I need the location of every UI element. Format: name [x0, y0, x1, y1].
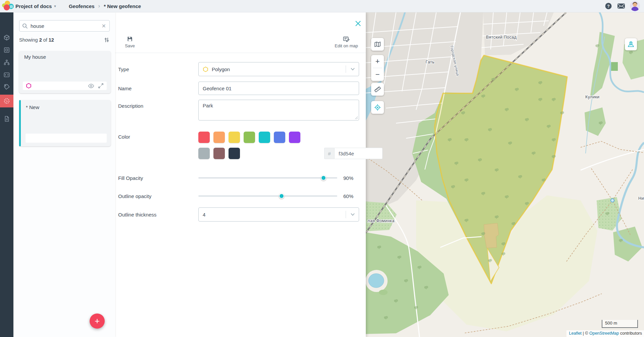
color-swatch-0[interactable]	[198, 132, 210, 143]
color-swatch-5[interactable]	[274, 132, 285, 143]
outline-thickness-label: Outline thickness	[118, 207, 156, 222]
select-divider	[346, 65, 346, 73]
form-header: Save Edit on map	[115, 12, 366, 53]
measure-button[interactable]	[371, 83, 384, 96]
fill-opacity-thumb[interactable]	[321, 175, 326, 181]
color-swatch-9[interactable]	[229, 148, 240, 159]
map-attribution: Leaflet | © OpenStreetMap contributors	[566, 330, 644, 337]
fill-opacity-value: 90%	[343, 173, 353, 183]
search-input[interactable]	[30, 23, 101, 29]
geofence-footer	[23, 82, 107, 90]
color-label: Color	[118, 132, 130, 159]
locate-button[interactable]	[371, 101, 384, 114]
fill-opacity-slider[interactable]	[198, 177, 337, 179]
geofence-editor-app: R Project of docs ▾ Geofences › * New ge…	[0, 0, 644, 337]
sidebar-item-frame[interactable]	[0, 44, 13, 56]
type-select[interactable]: Polygon	[198, 62, 359, 76]
breadcrumb-geofences[interactable]: Geofences	[69, 3, 95, 9]
color-swatch-3[interactable]	[244, 132, 255, 143]
close-icon[interactable]	[355, 20, 361, 27]
polygon-shape-icon	[26, 83, 32, 89]
color-swatch-7[interactable]	[198, 148, 210, 159]
list-item-my-house[interactable]: My house	[19, 51, 111, 93]
chevron-down-icon: ▾	[54, 4, 56, 8]
filter-icon[interactable]	[104, 37, 110, 43]
mail-icon[interactable]	[617, 2, 625, 10]
basemap-button[interactable]	[371, 38, 384, 51]
osm-link[interactable]: OpenStreetMap	[589, 331, 619, 336]
edit-on-map-button[interactable]: Edit on map	[333, 36, 360, 48]
visibility-eye-icon[interactable]	[88, 84, 94, 88]
search-icon	[22, 23, 28, 29]
map-node-marker[interactable]	[611, 199, 614, 202]
map-scale-bar: 500 m	[602, 320, 638, 328]
description-textarea[interactable]: Park	[198, 100, 359, 121]
chevron-down-icon	[351, 68, 355, 70]
polygon-type-icon	[203, 66, 208, 72]
hex-color-input[interactable]	[334, 148, 383, 159]
zoom-in-button[interactable]: +	[371, 55, 384, 68]
svg-text:Гать: Гать	[426, 60, 435, 64]
sidebar-item-reports[interactable]	[0, 112, 13, 125]
map-container[interactable]: Вятский ПосадГородская улицаГатьКуликила…	[366, 12, 644, 337]
svg-text:?: ?	[607, 4, 609, 9]
geofence-form-panel: Save Edit on map Type Polygon Name	[115, 12, 366, 337]
attribution-suffix: contributors	[619, 331, 642, 336]
svg-text:Вятский Посад: Вятский Посад	[486, 35, 517, 40]
user-avatar[interactable]	[630, 1, 640, 11]
result-count-row: Showing 2 of 12	[19, 36, 110, 44]
geofence-title: My house	[24, 54, 46, 60]
outline-opacity-slider[interactable]	[198, 195, 337, 197]
type-label: Type	[118, 62, 129, 76]
breadcrumb-separator: ›	[98, 3, 100, 9]
list-item-new[interactable]: * New	[19, 100, 111, 146]
zoom-out-button[interactable]: −	[371, 68, 384, 81]
edit-map-icon	[343, 36, 350, 42]
select-divider	[346, 211, 346, 218]
type-row: Type Polygon	[118, 62, 359, 76]
color-swatch-1[interactable]	[213, 132, 225, 143]
leaflet-link[interactable]: Leaflet	[569, 331, 582, 336]
add-geofence-button[interactable]: +	[90, 314, 105, 329]
type-value: Polygon	[212, 66, 230, 72]
zoom-control: + −	[371, 55, 384, 81]
ruler-icon	[374, 86, 381, 93]
sidebar-item-cube[interactable]	[0, 31, 13, 44]
color-swatch-2[interactable]	[229, 132, 240, 143]
sidebar-item-geofences[interactable]	[0, 95, 13, 107]
outline-opacity-thumb[interactable]	[279, 193, 284, 199]
color-swatch-4[interactable]	[259, 132, 270, 143]
top-bar: R Project of docs ▾ Geofences › * New ge…	[0, 0, 644, 12]
breadcrumb-current: * New geofence	[104, 3, 141, 9]
outline-thickness-row: Outline thickness 4	[118, 207, 359, 222]
selected-indicator	[19, 100, 21, 146]
map-canvas[interactable]: Вятский ПосадГородская улицаГатьКуликила…	[366, 12, 644, 337]
help-icon[interactable]: ?	[604, 2, 612, 10]
sidebar-item-hierarchy[interactable]	[0, 56, 13, 69]
color-swatch-row-2: #	[198, 148, 359, 159]
color-swatch-row-1	[198, 132, 359, 143]
project-selector[interactable]: Project of docs	[15, 3, 52, 9]
sidebar-item-tag[interactable]	[0, 81, 13, 93]
app-logo-icon[interactable]: R	[0, 0, 15, 12]
svg-text:Кулики: Кулики	[585, 95, 599, 99]
hash-prefix: #	[324, 148, 334, 159]
outline-opacity-label: Outline opacity	[118, 191, 151, 201]
save-button[interactable]: Save	[122, 36, 137, 48]
outline-thickness-select[interactable]: 4	[198, 207, 359, 222]
attribution-separator: | ©	[582, 331, 589, 336]
svg-text:R: R	[10, 5, 13, 9]
color-swatch-8[interactable]	[213, 148, 225, 159]
description-row: Description Park	[118, 100, 359, 121]
search-clear-icon[interactable]: ✕	[101, 23, 107, 29]
sidebar-item-code[interactable]	[0, 68, 13, 81]
fill-opacity-label: Fill Opacity	[118, 173, 143, 183]
geofence-visibility-button[interactable]	[625, 38, 637, 50]
showing-count: 2	[39, 37, 42, 43]
name-input[interactable]	[198, 82, 359, 95]
geofence-list-panel: ✕ Showing 2 of 12 My house * New	[13, 12, 115, 337]
color-swatch-6[interactable]	[289, 132, 300, 143]
map-layers-icon	[374, 41, 381, 47]
save-floppy-icon	[127, 36, 133, 42]
zoom-to-extent-icon[interactable]	[98, 83, 104, 89]
